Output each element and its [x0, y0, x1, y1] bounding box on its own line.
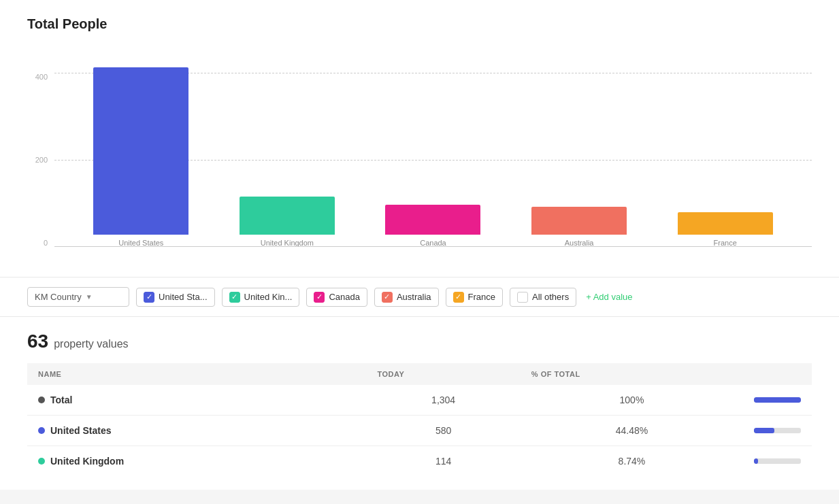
chip-checkbox-icon: ✓: [314, 292, 325, 303]
chart-plot: United StatesUnited KingdomCanadaAustral…: [54, 73, 812, 263]
bar-group: Canada: [360, 205, 506, 247]
table-row: United Kingdom1148.74%: [27, 446, 812, 477]
chip-label: France: [468, 292, 495, 302]
today-value: 580: [366, 416, 520, 446]
progress-bar-fill: [754, 428, 774, 433]
filter-chip[interactable]: ✓United Kin...: [222, 288, 300, 307]
bar: [678, 212, 773, 235]
chip-label: United Kin...: [244, 292, 293, 302]
today-value: 1,304: [366, 385, 520, 416]
table-row: Total1,304100%: [27, 385, 812, 416]
km-country-dropdown[interactable]: KM Country ▼: [27, 287, 129, 307]
row-name: Total: [50, 394, 72, 405]
table-row: United States58044.48%: [27, 416, 812, 446]
pct-value: 44.48%: [521, 416, 743, 446]
today-value: 114: [366, 446, 520, 477]
row-name: United States: [50, 425, 111, 436]
bar: [93, 67, 188, 235]
y-axis: 0200400: [27, 73, 48, 263]
table-section: 63 property values NAMETODAY% OF TOTAL T…: [0, 317, 839, 490]
bar-group: Australia: [506, 207, 653, 247]
table-head: NAMETODAY% OF TOTAL: [27, 363, 812, 385]
y-axis-label: 200: [27, 156, 48, 164]
table-header-row-el: NAMETODAY% OF TOTAL: [27, 363, 812, 385]
chip-checkbox-icon: ✓: [453, 292, 464, 303]
bar: [531, 207, 627, 235]
chip-label: Canada: [329, 292, 360, 302]
dot-icon: [38, 458, 45, 465]
y-axis-label: 0: [27, 239, 48, 247]
table-column-header: NAME: [27, 363, 366, 385]
table-column-header: % OF TOTAL: [521, 363, 743, 385]
chip-checkbox-icon: ✓: [144, 292, 154, 303]
pct-value: 100%: [521, 385, 743, 416]
property-count-label: property values: [54, 338, 128, 350]
dot-icon: [38, 397, 45, 403]
row-name: United Kingdom: [50, 456, 124, 467]
add-value-button[interactable]: + Add value: [586, 292, 632, 302]
chart-title: Total People: [27, 16, 812, 32]
table-column-header: TODAY: [366, 363, 520, 385]
filter-chip[interactable]: ✓United Sta...: [136, 288, 215, 307]
name-cell: Total: [38, 394, 355, 405]
progress-bar-cell: [743, 416, 812, 446]
filter-chip[interactable]: ✓Canada: [306, 288, 367, 307]
filter-chip[interactable]: ✓France: [446, 288, 503, 307]
x-axis-line: [54, 246, 812, 247]
progress-bar-fill: [754, 458, 758, 464]
pct-value: 8.74%: [521, 446, 743, 477]
name-cell: United States: [38, 425, 355, 436]
dropdown-label: KM Country: [35, 292, 82, 302]
chart-section: Total People 0200400 United StatesUnited…: [0, 0, 839, 278]
y-axis-label: 400: [27, 73, 48, 81]
table-header-row: 63 property values: [27, 331, 812, 352]
chip-label: All others: [532, 292, 569, 302]
chart-area: 0200400 United StatesUnited KingdomCanad…: [27, 46, 812, 263]
filter-chip[interactable]: ✓Australia: [374, 288, 439, 307]
table-column-header: [743, 363, 812, 385]
add-value-label: + Add value: [586, 292, 632, 302]
bar-group: United States: [68, 67, 214, 247]
property-count: 63: [27, 331, 48, 352]
filter-bar: KM Country ▼ ✓United Sta...✓United Kin..…: [0, 278, 839, 317]
bar-group: United Kingdom: [214, 197, 361, 247]
bar-group: France: [652, 212, 798, 247]
progress-bar-fill: [754, 397, 801, 403]
progress-bar-cell: [743, 446, 812, 477]
bar: [240, 197, 335, 235]
progress-bar-bg: [754, 397, 801, 403]
chip-checkbox-icon: [517, 292, 528, 303]
table-body: Total1,304100%United States58044.48%Unit…: [27, 385, 812, 476]
chip-label: Australia: [397, 292, 431, 302]
bar: [385, 205, 480, 235]
progress-bar-cell: [743, 385, 812, 416]
chip-checkbox-icon: ✓: [382, 292, 393, 303]
progress-bar-bg: [754, 428, 801, 433]
name-cell: United Kingdom: [38, 456, 355, 467]
bars-container: United StatesUnited KingdomCanadaAustral…: [54, 73, 812, 247]
data-table: NAMETODAY% OF TOTAL Total1,304100%United…: [27, 363, 812, 476]
chip-label: United Sta...: [159, 292, 208, 302]
filter-chip[interactable]: All others: [510, 288, 576, 307]
chip-checkbox-icon: ✓: [229, 292, 240, 303]
progress-bar-bg: [754, 458, 801, 464]
chevron-down-icon: ▼: [86, 293, 93, 301]
dot-icon: [38, 427, 45, 434]
